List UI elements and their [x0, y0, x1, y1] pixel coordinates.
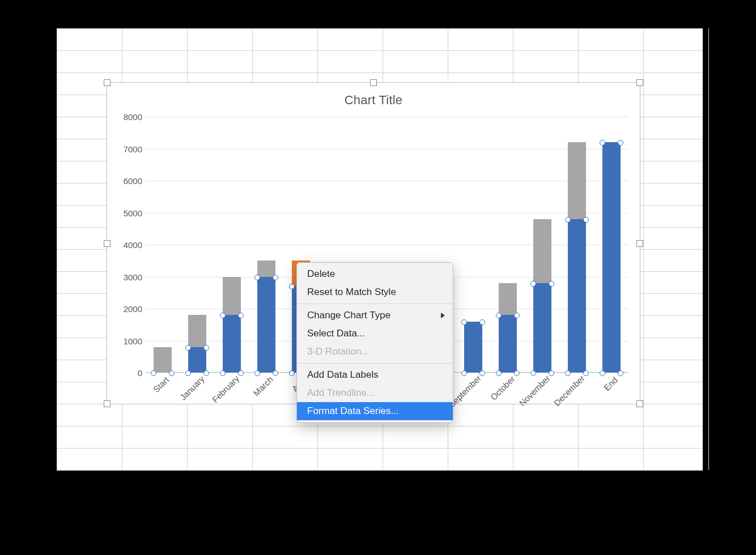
stage: { "chart_data": { "type": "bar", "title"… [0, 0, 756, 555]
menu-item[interactable]: Add Data Labels [297, 366, 453, 384]
series-selection-marker [273, 275, 278, 280]
bar-column[interactable] [257, 117, 275, 373]
bar-column[interactable] [533, 117, 551, 373]
series-selection-marker [514, 313, 520, 318]
series-selection-marker [600, 140, 605, 146]
x-axis-label: Start [151, 375, 171, 394]
chart-resize-handle[interactable] [104, 400, 111, 407]
y-axis-tick: 8000 [124, 112, 142, 122]
y-axis-tick: 0 [138, 368, 142, 378]
y-axis-tick: 6000 [124, 176, 142, 186]
bar-segment[interactable] [257, 261, 275, 276]
x-axis-label: December [552, 373, 587, 408]
y-axis-tick: 7000 [124, 144, 142, 153]
bar-segment[interactable] [154, 347, 172, 373]
bar-segment[interactable] [188, 347, 206, 373]
bar-segment[interactable] [568, 142, 586, 219]
series-selection-marker [479, 319, 485, 325]
series-selection-marker [289, 370, 295, 376]
menu-item[interactable]: Delete [297, 265, 453, 283]
bar-segment[interactable] [533, 283, 551, 373]
chart-title[interactable]: Chart Title [107, 93, 640, 108]
bar-segment[interactable] [223, 315, 241, 373]
bar-segment[interactable] [223, 277, 241, 315]
bar-segment[interactable] [568, 219, 586, 373]
x-axis-label: January [178, 374, 206, 402]
series-selection-marker [530, 370, 536, 376]
series-selection-marker [461, 370, 467, 376]
menu-item: 3-D Rotation... [297, 343, 453, 361]
bar-column[interactable] [464, 117, 482, 373]
chart-resize-handle[interactable] [636, 240, 643, 247]
bar-column[interactable] [568, 117, 586, 373]
context-menu[interactable]: DeleteReset to Match StyleChange Chart T… [296, 262, 453, 423]
menu-item[interactable]: Reset to Match Style [297, 283, 453, 301]
series-selection-marker [169, 370, 175, 376]
series-selection-marker [461, 319, 467, 325]
series-selection-marker [565, 370, 571, 376]
spreadsheet-sheet[interactable]: Chart Title 0100020003000400050006000700… [57, 28, 703, 470]
series-selection-marker [238, 370, 244, 376]
bar-segment[interactable] [533, 219, 551, 283]
series-selection-marker [549, 281, 554, 287]
series-selection-marker [203, 370, 209, 376]
bar-column[interactable] [602, 117, 621, 373]
y-axis-tick: 5000 [124, 208, 142, 217]
series-selection-marker [479, 370, 485, 376]
series-selection-marker [565, 217, 571, 223]
menu-separator [297, 363, 453, 364]
series-selection-marker [600, 370, 605, 376]
bar-segment[interactable] [499, 315, 517, 373]
bar-segment[interactable] [188, 315, 206, 347]
series-selection-marker [203, 345, 209, 351]
series-selection-marker [618, 370, 623, 376]
bar-segment[interactable] [602, 142, 621, 373]
x-axis-label: November [517, 373, 552, 408]
series-selection-marker [273, 370, 278, 376]
series-selection-marker [549, 370, 554, 376]
series-selection-marker [185, 370, 191, 376]
chart-resize-handle[interactable] [104, 240, 111, 247]
bar-column[interactable] [188, 117, 206, 373]
y-axis-tick: 3000 [124, 272, 142, 281]
y-axis-tick: 4000 [124, 240, 142, 250]
submenu-arrow-icon [441, 313, 445, 318]
x-axis-label: End [602, 375, 619, 392]
chart-resize-handle[interactable] [636, 79, 643, 86]
series-selection-marker [254, 275, 260, 280]
series-selection-marker [496, 370, 502, 376]
bar-segment[interactable] [257, 277, 275, 373]
bar-segment[interactable] [499, 283, 517, 315]
menu-separator [297, 304, 453, 304]
menu-item[interactable]: Format Data Series... [297, 402, 453, 420]
series-selection-marker [220, 370, 226, 376]
series-selection-marker [151, 370, 156, 376]
y-axis-tick: 2000 [124, 304, 142, 314]
x-axis-label: October [489, 374, 517, 402]
y-axis-tick: 1000 [124, 336, 142, 345]
series-selection-marker [254, 370, 260, 376]
menu-item: Add Trendline... [297, 384, 453, 402]
x-axis-label: February [210, 374, 241, 404]
series-selection-marker [583, 217, 589, 223]
bar-segment[interactable] [464, 322, 482, 373]
chart-resize-handle[interactable] [636, 400, 643, 407]
bar-column[interactable] [154, 117, 172, 373]
chart-resize-handle[interactable] [370, 79, 377, 86]
bar-column[interactable] [499, 117, 517, 373]
menu-item[interactable]: Change Chart Type [297, 306, 453, 325]
menu-item[interactable]: Select Data... [297, 325, 453, 343]
series-selection-marker [583, 370, 589, 376]
bar-column[interactable] [223, 117, 241, 373]
x-axis-label: March [251, 374, 274, 398]
series-selection-marker [618, 140, 623, 146]
series-selection-marker [530, 281, 536, 287]
series-selection-marker [514, 370, 520, 376]
chart-resize-handle[interactable] [104, 79, 111, 86]
series-selection-marker [238, 313, 244, 318]
